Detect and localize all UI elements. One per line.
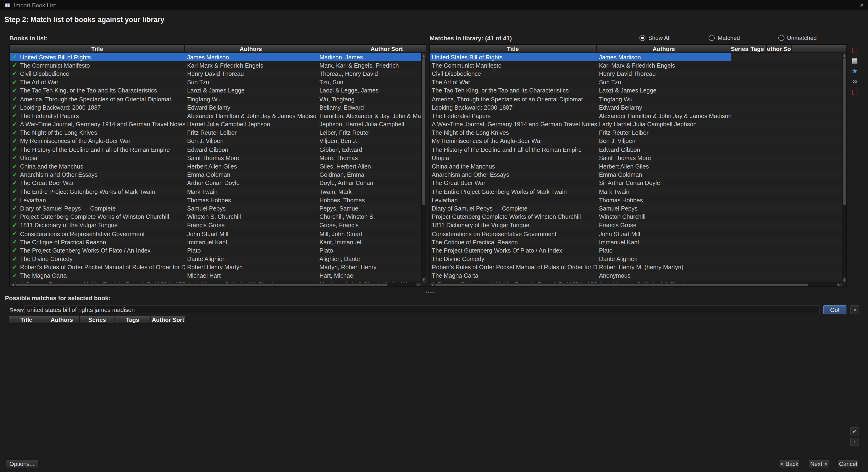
scrollbar-track[interactable] <box>843 58 847 277</box>
back-button[interactable]: < Back <box>779 459 800 468</box>
table-row[interactable]: The Art of WarSun Tzu <box>430 78 842 86</box>
table-row[interactable]: ✓The Tao Teh King, or the Tao and Its Ch… <box>10 86 421 95</box>
column-header[interactable]: Series <box>731 45 748 53</box>
search-input[interactable] <box>24 305 820 314</box>
scroll-down-icon[interactable]: ▼ <box>843 277 847 283</box>
scroll-up-icon[interactable]: ▲ <box>843 53 847 58</box>
scroll-left-icon[interactable]: ◄ <box>430 283 435 286</box>
red-book-icon[interactable]: ▤ <box>850 46 859 55</box>
column-header[interactable]: Title <box>430 45 597 53</box>
table-row[interactable]: ✓The Divine ComedyDante AlighieriAlighie… <box>10 255 421 263</box>
column-header[interactable]: Title <box>9 316 44 324</box>
column-header[interactable]: Author Sort <box>151 316 186 324</box>
table-row[interactable]: ✓Diary of Samuel Pepys — CompleteSamuel … <box>10 204 421 213</box>
table-row[interactable]: ✓Anarchism and Other EssaysEmma GoldmanG… <box>10 170 421 179</box>
table-row[interactable]: Diary of Samuel Pepys — CompleteSamuel P… <box>430 204 842 213</box>
table-row[interactable]: America, Through the Spectacles of an Or… <box>430 95 842 103</box>
table-row[interactable]: The Great Boer WarSir Arthur Conan Doyle <box>430 179 842 187</box>
table-row[interactable]: ✓A War-Time Journal, Germany 1914 and Ge… <box>10 120 421 128</box>
filter-radio-unmatched[interactable]: Unmatched <box>778 34 817 41</box>
remove-book-icon[interactable]: ▤ <box>850 88 859 96</box>
scrollbar-thumb[interactable] <box>435 284 808 286</box>
column-header[interactable]: Series <box>80 316 115 324</box>
table-row[interactable]: ✓United States Bill of RightsJames Madis… <box>10 53 421 61</box>
table-row[interactable]: 1811 Dictionary of the Vulgar TongueFran… <box>430 221 842 229</box>
table-row[interactable]: ✓The Entire Project Gutenberg Works of M… <box>10 187 421 196</box>
table-row[interactable]: ✓The Art of WarSun TzuTzu, Sun <box>10 78 421 86</box>
table-row[interactable]: My Reminiscences of the Anglo-Boer WarBe… <box>430 137 842 145</box>
options-button[interactable]: Options... <box>5 459 39 468</box>
table-row[interactable]: ✓Civil DisobedienceHenry David ThoreauTh… <box>10 69 421 78</box>
column-header[interactable]: Authors <box>597 45 732 53</box>
add-book-icon[interactable]: + <box>850 438 859 446</box>
horizontal-scrollbar[interactable]: ◄ ► <box>10 283 421 287</box>
table-row[interactable]: The Night of the Long KnivesFritz Reuter… <box>430 128 842 137</box>
column-header[interactable]: Title <box>10 45 185 53</box>
go-button[interactable]: Go! <box>823 305 846 314</box>
apply-match-icon[interactable]: ✔ <box>850 427 859 435</box>
table-row[interactable]: ✓America, Through the Spectacles of an O… <box>10 95 421 103</box>
table-row[interactable]: ✓China and the ManchusHerbert Allen Gile… <box>10 162 421 170</box>
scrollbar-thumb[interactable] <box>16 284 388 286</box>
table-row[interactable]: ✓The Communist ManifestoKarl Marx & Frie… <box>10 61 421 69</box>
column-header[interactable]: Authors <box>185 45 317 53</box>
vertical-scrollbar[interactable]: ▲ ▼ <box>842 53 846 283</box>
table-row[interactable]: ✓The Project Gutenberg Works Of Plato / … <box>10 246 421 255</box>
table-row[interactable]: Robert's Rules of Order Pocket Manual of… <box>430 263 842 271</box>
scrollbar-track[interactable] <box>16 283 416 286</box>
scroll-left-icon[interactable]: ◄ <box>10 283 16 286</box>
scroll-right-icon[interactable]: ► <box>837 283 842 286</box>
table-row[interactable]: ✓Robert's Rules of Order Pocket Manual o… <box>10 263 421 271</box>
scroll-down-icon[interactable]: ▼ <box>422 277 426 283</box>
table-row[interactable]: ✓UtopiaSaint Thomas MoreMore, Thomas <box>10 153 421 162</box>
scrollbar-track[interactable] <box>435 283 836 286</box>
scrollbar-thumb[interactable] <box>843 58 846 205</box>
scrollbar-track[interactable] <box>422 58 426 277</box>
scrollbar-thumb[interactable] <box>423 58 425 205</box>
table-row[interactable]: Looking Backward: 2000-1887Edward Bellam… <box>430 103 842 112</box>
table-row[interactable]: ✓1811 Dictionary of the Vulgar TongueFra… <box>10 221 421 229</box>
table-row[interactable]: The Federalist PapersAlexander Hamilton … <box>430 112 842 120</box>
table-row[interactable]: China and the ManchusHerbert Allen Giles <box>430 162 842 170</box>
table-row[interactable]: ✓The Critique of Practical ReasonImmanue… <box>10 238 421 246</box>
table-row[interactable]: United States Bill of RightsJames Madiso… <box>430 53 842 61</box>
table-row[interactable]: Civil DisobedienceHenry David Thoreau <box>430 69 842 78</box>
table-row[interactable]: The Communist ManifestoKarl Marx & Fried… <box>430 61 842 69</box>
next-button[interactable]: Next > <box>808 459 829 468</box>
table-row[interactable]: ✓Project Gutenberg Complete Works of Win… <box>10 212 421 221</box>
table-row[interactable]: A Concise Dictionary of Middle English: … <box>430 280 842 283</box>
table-row[interactable]: ✓Considerations on Representative Govern… <box>10 229 421 238</box>
table-row[interactable]: ✓LeviathanThomas HobbesHobbes, Thomas <box>10 196 421 204</box>
clear-search-icon[interactable]: × <box>850 305 859 314</box>
table-row[interactable]: ✓A Concise Dictionary of Middle English:… <box>10 280 421 283</box>
table-row[interactable]: The Project Gutenberg Works Of Plato / A… <box>430 246 842 255</box>
filter-radio-show-all[interactable]: Show All <box>639 34 671 41</box>
library-book-icon[interactable]: ▤ <box>850 56 859 65</box>
table-row[interactable]: A War-Time Journal, Germany 1914 and Ger… <box>430 120 842 128</box>
table-row[interactable]: The Tao Teh King, or the Tao and Its Cha… <box>430 86 842 95</box>
filter-radio-matched[interactable]: Matched <box>709 34 740 41</box>
vertical-scrollbar[interactable]: ▲ ▼ <box>421 53 426 283</box>
close-icon[interactable]: × <box>860 2 864 8</box>
table-row[interactable]: ✓The History of the Decline and Fall of … <box>10 145 421 154</box>
table-row[interactable]: ✓The Night of the Long KnivesFritz Reute… <box>10 128 421 137</box>
table-row[interactable]: The Entire Project Gutenberg Works of Ma… <box>430 187 842 196</box>
horizontal-scrollbar[interactable]: ◄ ► <box>430 283 842 287</box>
table-row[interactable]: ✓The Great Boer WarArthur Conan DoyleDoy… <box>10 179 421 187</box>
table-row[interactable]: The Magna CartaAnonymous <box>430 271 842 280</box>
table-row[interactable]: Considerations on Representative Governm… <box>430 229 842 238</box>
table-row[interactable]: ✓My Reminiscences of the Anglo-Boer WarB… <box>10 137 421 145</box>
table-row[interactable]: UtopiaSaint Thomas More <box>430 153 842 162</box>
column-header[interactable]: Tags <box>115 316 151 324</box>
table-row[interactable]: LeviathanThomas Hobbes <box>430 196 842 204</box>
column-header[interactable]: Author Sort <box>767 45 792 53</box>
table-row[interactable]: The History of the Decline and Fall of t… <box>430 145 842 154</box>
column-header[interactable]: Author Sort <box>317 45 426 53</box>
column-header[interactable]: Tags <box>748 45 767 53</box>
table-row[interactable]: The Critique of Practical ReasonImmanuel… <box>430 238 842 246</box>
table-row[interactable]: Project Gutenberg Complete Works of Wins… <box>430 212 842 221</box>
scroll-up-icon[interactable]: ▲ <box>422 53 426 58</box>
table-row[interactable]: The Divine ComedyDante Alighieri <box>430 255 842 263</box>
table-row[interactable]: ✓The Federalist PapersAlexander Hamilton… <box>10 112 421 120</box>
table-row[interactable]: ✓Looking Backward: 2000-1887Edward Bella… <box>10 103 421 112</box>
